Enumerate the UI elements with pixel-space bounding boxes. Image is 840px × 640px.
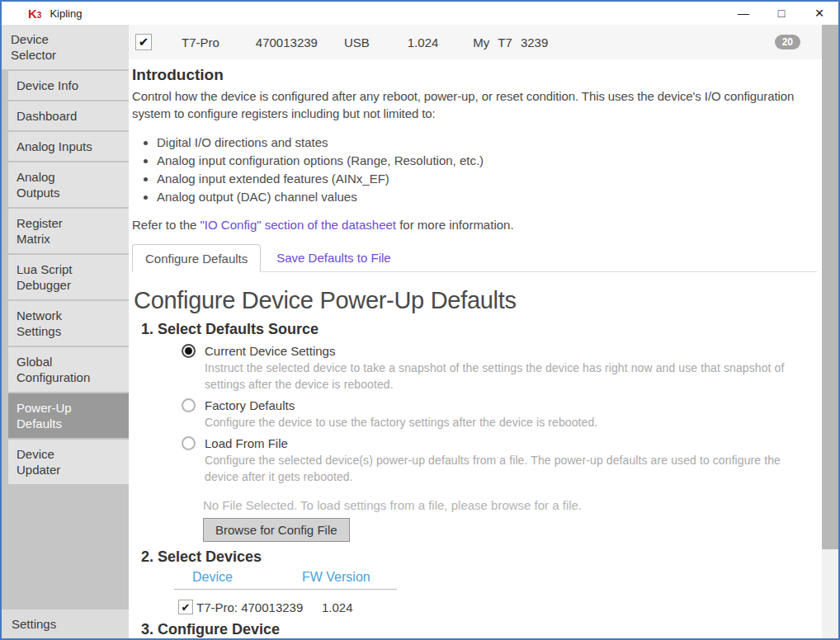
option-current-device-settings: Current Device Settings Instruct the sel…: [182, 342, 817, 393]
sidebar-item-dashboard[interactable]: Dashboard: [8, 101, 129, 130]
sidebar-item-lua-script-debugger[interactable]: Lua Script Debugger: [8, 255, 129, 299]
sidebar-item-analog-inputs[interactable]: Analog Inputs: [8, 132, 129, 161]
window-controls: — □ ×: [724, 2, 838, 25]
maximize-button[interactable]: □: [762, 2, 800, 25]
option-description: Configure the device to use the factory …: [205, 414, 597, 431]
page-title: Configure Device Power-Up Defaults: [134, 287, 817, 314]
device-connection: USB: [344, 35, 370, 49]
minimize-button[interactable]: —: [724, 2, 762, 25]
row-device-checkbox[interactable]: ✔: [178, 600, 193, 614]
device-firmware: 1.024: [408, 35, 439, 49]
table-header-row: Device FW Version: [174, 570, 397, 590]
close-button[interactable]: ×: [800, 2, 838, 25]
section1-heading: 1. Select Defaults Source: [141, 321, 817, 338]
sidebar-item-register-matrix[interactable]: Register Matrix: [8, 209, 129, 253]
sidebar-item-global-configuration[interactable]: Global Configuration: [8, 347, 129, 392]
option-text: Load From File Configure the selected de…: [205, 435, 817, 485]
app-window: K3 Kipling — □ × Device Selector Device …: [0, 0, 840, 640]
radio-current-device-settings[interactable]: [182, 344, 196, 358]
title-bar: K3 Kipling — □ ×: [2, 2, 838, 25]
device-count-badge: 20: [775, 35, 800, 49]
kipling-logo-icon: K3: [28, 7, 41, 21]
intro-heading: Introduction: [132, 66, 817, 84]
option-label[interactable]: Current Device Settings: [205, 342, 817, 360]
refer-suffix: for more information.: [396, 218, 514, 232]
option-description: Configure the selected device(s) power-u…: [205, 452, 817, 485]
io-config-datasheet-link[interactable]: "IO Config" section of the datasheet: [201, 218, 396, 232]
refer-line: Refer to the "IO Config" section of the …: [132, 218, 817, 232]
sidebar-spacer: [2, 486, 129, 609]
scrollbar-thumb[interactable]: [822, 25, 838, 549]
sidebar-item-power-up-defaults[interactable]: Power-Up Defaults: [8, 393, 129, 438]
sidebar-item-analog-outputs[interactable]: Analog Outputs: [8, 162, 129, 207]
sidebar-item-settings[interactable]: Settings: [2, 609, 129, 638]
select-devices-table: Device FW Version ✔ T7-Pro: 470013239 1.…: [174, 570, 817, 614]
table-row: ✔ T7-Pro: 470013239 1.024: [178, 600, 817, 614]
sidebar-item-device-info[interactable]: Device Info: [8, 71, 129, 100]
radio-factory-defaults[interactable]: [182, 398, 196, 412]
column-header-fw-version: FW Version: [302, 570, 370, 585]
browse-for-config-file-button[interactable]: Browse for Config File: [203, 518, 350, 542]
active-device-bar: ✔ T7-Pro 470013239 USB 1.024 My T7 3239 …: [129, 25, 822, 59]
device-name: My T7 3239: [473, 35, 548, 49]
column-header-device: Device: [174, 570, 302, 585]
radio-load-from-file[interactable]: [182, 436, 196, 450]
sidebar-item-device-selector[interactable]: Device Selector: [2, 25, 129, 69]
row-fw-version: 1.024: [322, 600, 353, 614]
main-panel: Introduction Control how the device is c…: [129, 59, 822, 638]
vertical-scrollbar[interactable]: [822, 25, 838, 638]
sidebar-item-network-settings[interactable]: Network Settings: [8, 301, 129, 346]
device-checkbox[interactable]: ✔: [135, 34, 152, 50]
section2-heading: 2. Select Devices: [141, 548, 817, 566]
tab-save-defaults-to-file[interactable]: Save Defaults to File: [264, 244, 403, 271]
bullet-item: Analog input configuration options (Rang…: [157, 152, 817, 170]
option-text: Current Device Settings Instruct the sel…: [205, 342, 817, 393]
sidebar-nav: Device Selector Device Info Dashboard An…: [2, 25, 129, 638]
sidebar-item-device-updater[interactable]: Device Updater: [8, 440, 129, 484]
option-load-from-file: Load From File Configure the selected de…: [182, 435, 817, 485]
app-body: Device Selector Device Info Dashboard An…: [2, 25, 838, 638]
bullet-item: Analog output (DAC) channel values: [157, 188, 817, 206]
refer-prefix: Refer to the: [132, 218, 201, 232]
defaults-tab-bar: Configure Defaults Save Defaults to File: [132, 244, 817, 272]
option-text: Factory Defaults Configure the device to…: [205, 397, 597, 431]
no-file-selected-text: No File Selected. To load settings from …: [203, 498, 817, 512]
section3-heading: 3. Configure Device: [141, 621, 817, 638]
window-title: Kipling: [50, 7, 82, 20]
row-device-label: T7-Pro: 470013239: [196, 600, 307, 614]
bullet-item: Analog input extended features (AINx_EF): [157, 170, 817, 188]
device-model: T7-Pro: [182, 35, 219, 49]
tab-configure-defaults[interactable]: Configure Defaults: [132, 244, 261, 272]
bullet-item: Digital I/O directions and states: [157, 134, 817, 152]
option-label[interactable]: Factory Defaults: [205, 397, 597, 414]
option-label[interactable]: Load From File: [205, 435, 817, 452]
option-description: Instruct the selected device to take a s…: [205, 360, 817, 393]
intro-paragraph: Control how the device is configured aft…: [132, 87, 817, 122]
device-serial: 470013239: [256, 35, 318, 49]
content-area: ✔ T7-Pro 470013239 USB 1.024 My T7 3239 …: [129, 25, 822, 638]
intro-bullet-list: Digital I/O directions and states Analog…: [132, 134, 817, 206]
option-factory-defaults: Factory Defaults Configure the device to…: [182, 397, 817, 431]
